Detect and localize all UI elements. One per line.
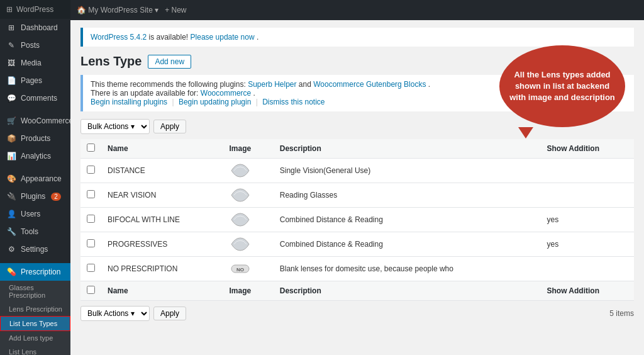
woocommerce-blocks-link[interactable]: Woocommerce Gutenberg Blocks (313, 80, 426, 89)
page-title: Lens Type (80, 54, 142, 69)
row-checkbox-cell (80, 232, 101, 257)
show-addition-column-footer: Show Addition (540, 281, 634, 301)
bulk-actions-select-top[interactable]: Bulk Actions ▾ (80, 119, 150, 134)
sidebar-item-comments[interactable]: 💬 Comments (0, 89, 70, 107)
sidebar-item-label: Analytics (21, 152, 51, 161)
table-row: NEAR VISION Reading Glasses (80, 183, 634, 208)
row-name: PROGRESSIVES (101, 232, 223, 257)
row-checkbox[interactable] (87, 166, 95, 174)
row-show-addition (540, 159, 634, 183)
pages-icon: 📄 (6, 76, 16, 85)
please-update-link[interactable]: Please update now (191, 33, 255, 42)
row-show-addition (540, 183, 634, 208)
apply-button-top[interactable]: Apply (153, 120, 186, 133)
select-all-checkbox[interactable] (87, 144, 95, 152)
plugin-notice-text2: There is an update available for: (91, 89, 201, 98)
lens-image-container (229, 188, 252, 203)
row-checkbox-cell (80, 257, 101, 281)
woocommerce-icon: 🛒 (6, 116, 16, 125)
sidebar-item-label: Appearance (21, 174, 62, 183)
sidebar-item-label: Comments (21, 94, 57, 103)
topbar: 🏠 My WordPress Site ▾ + New (70, 0, 644, 20)
settings-icon: ⚙ (6, 245, 16, 254)
begin-installing-link[interactable]: Begin installing plugins (91, 98, 167, 106)
row-checkbox-cell (80, 208, 101, 232)
sidebar-item-pages[interactable]: 📄 Pages (0, 72, 70, 89)
superb-helper-link[interactable]: Superb Helper (248, 80, 296, 89)
row-checkbox[interactable] (87, 239, 95, 247)
row-checkbox[interactable] (87, 190, 95, 198)
checkbox-header (80, 139, 101, 159)
sidebar-item-analytics[interactable]: 📊 Analytics (0, 147, 70, 165)
begin-updating-link[interactable]: Begin updating plugin (179, 98, 251, 106)
sidebar-sub-glasses-prescription[interactable]: Glasses Prescription (0, 281, 70, 302)
row-description: Single Vision(General Use) (274, 159, 541, 183)
sidebar-sub-lens-prescription[interactable]: Lens Prescription (0, 302, 70, 316)
lens-image-container (229, 163, 252, 178)
description-column-header: Description (274, 139, 541, 159)
row-checkbox[interactable] (87, 264, 95, 272)
row-image: NO (223, 257, 273, 281)
sidebar-item-products[interactable]: 📦 Products (0, 130, 70, 147)
lens-image-container (229, 212, 252, 227)
dashboard-icon: ⊞ (6, 23, 16, 32)
svg-text:NO: NO (236, 267, 244, 273)
users-icon: 👤 (6, 210, 16, 218)
row-image (223, 159, 273, 183)
row-image (223, 232, 273, 257)
comments-icon: 💬 (6, 94, 16, 103)
table-row: NO PRESCRIPTION NO Blank lenses for dome… (80, 257, 634, 281)
sidebar-item-settings[interactable]: ⚙ Settings (0, 240, 70, 258)
sidebar: ⊞ WordPress ⊞ Dashboard ✎ Posts 🖼 Media … (0, 0, 70, 355)
table-row: PROGRESSIVES Combined Distance & Reading… (80, 232, 634, 257)
row-checkbox[interactable] (87, 215, 95, 223)
bottom-table-actions: Bulk Actions ▾ Apply 5 items (80, 306, 634, 321)
sidebar-item-prescription[interactable]: 💊 Prescription (0, 263, 70, 281)
bulk-actions-select-bottom[interactable]: Bulk Actions ▾ (80, 306, 150, 321)
name-column-footer: Name (101, 281, 223, 301)
row-description: Blank lenses for domesitc use, because p… (274, 257, 541, 281)
sep1: | (172, 98, 175, 106)
tools-icon: 🔧 (6, 227, 16, 236)
sidebar-item-label: Plugins (21, 192, 45, 201)
sidebar-item-woocommerce[interactable]: 🛒 WooCommerce (0, 112, 70, 130)
name-column-header: Name (101, 139, 223, 159)
add-new-button[interactable]: Add new (148, 55, 191, 69)
row-checkbox-cell (80, 159, 101, 183)
sidebar-item-appearance[interactable]: 🎨 Appearance (0, 170, 70, 188)
plugins-badge: 2 (51, 193, 61, 201)
plugin-notice-period1: . (428, 80, 430, 89)
row-description: Reading Glasses (274, 183, 541, 208)
sidebar-item-plugins[interactable]: 🔌 Plugins 2 (0, 188, 70, 205)
table-body: DISTANCE Single Vision(General Use) NEAR… (80, 159, 634, 281)
sidebar-item-dashboard[interactable]: ⊞ Dashboard (0, 19, 70, 37)
sidebar-logo[interactable]: ⊞ WordPress (0, 0, 70, 19)
row-name: BIFOCAL WITH LINE (101, 208, 223, 232)
row-show-addition: yes (540, 232, 634, 257)
callout-bubble: All the Lens types added shown in list a… (499, 45, 625, 127)
row-description: Combined Distance & Reading (274, 232, 541, 257)
description-column-footer: Description (274, 281, 541, 301)
sidebar-sub-list-lens-types[interactable]: List Lens Types (0, 316, 70, 331)
sidebar-item-label: Pages (21, 76, 42, 85)
sidebar-sub-list-lens-thickness[interactable]: List Lens Thickness (0, 345, 70, 355)
sidebar-item-media[interactable]: 🖼 Media (0, 54, 70, 72)
row-checkbox-cell (80, 183, 101, 208)
callout-text: All the Lens types added shown in list a… (509, 69, 615, 104)
sidebar-item-posts[interactable]: ✎ Posts (0, 37, 70, 54)
items-count: 5 items (609, 309, 634, 318)
sidebar-sub-add-lens-type[interactable]: Add Lens type (0, 331, 70, 345)
sep2: | (256, 98, 260, 106)
plugin-notice-and: and (299, 80, 313, 89)
sidebar-item-label: Products (21, 134, 50, 143)
dismiss-link[interactable]: Dismiss this notice (262, 98, 325, 106)
row-image (223, 183, 273, 208)
topbar-site-name: 🏠 My WordPress Site ▾ + New (77, 6, 187, 14)
select-all-checkbox-footer[interactable] (87, 286, 95, 294)
apply-button-bottom[interactable]: Apply (153, 307, 186, 320)
plugin-notice-period2: . (253, 89, 255, 98)
wordpress-update-link[interactable]: WordPress 5.4.2 (91, 33, 147, 42)
woocommerce-update-link[interactable]: Woocommerce (201, 89, 251, 98)
sidebar-item-tools[interactable]: 🔧 Tools (0, 223, 70, 240)
sidebar-item-users[interactable]: 👤 Users (0, 205, 70, 223)
